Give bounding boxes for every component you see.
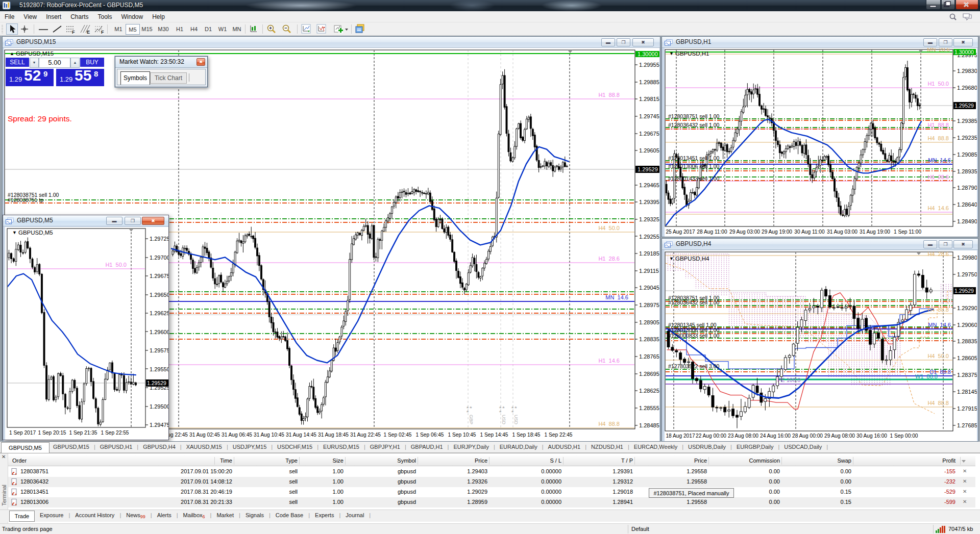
svg-text:31 Aug 18:45: 31 Aug 18:45 <box>318 432 349 438</box>
svg-text:28 Aug 00:00: 28 Aug 00:00 <box>792 433 823 439</box>
svg-text:1 Sep 20:15: 1 Sep 20:15 <box>38 430 66 436</box>
svg-text:1.29700: 1.29700 <box>150 255 168 261</box>
svg-text:#128038751 tp: #128038751 tp <box>8 197 43 203</box>
svg-text:1 Sep 2017: 1 Sep 2017 <box>9 430 36 436</box>
svg-text:29 Aug 19:00: 29 Aug 19:00 <box>762 229 792 235</box>
svg-text:MN 14.6: MN 14.6 <box>605 294 628 300</box>
svg-text:GBPUSD,M15: GBPUSD,M15 <box>16 50 54 57</box>
svg-text:1.28375: 1.28375 <box>957 372 977 378</box>
svg-text:H1 28.6: H1 28.6 <box>598 256 620 262</box>
svg-text:H1 50.0: H1 50.0 <box>105 262 127 268</box>
svg-text:1.28835: 1.28835 <box>639 336 659 342</box>
svg-text:#128013451 sell 1.00: #128013451 sell 1.00 <box>668 155 720 161</box>
svg-text:1.29575: 1.29575 <box>150 347 168 353</box>
svg-text:1.29980: 1.29980 <box>957 255 977 261</box>
svg-text:1.29185: 1.29185 <box>639 250 659 257</box>
svg-text:GBP: GBP <box>469 415 474 424</box>
svg-text:H4 88.8: H4 88.8 <box>927 307 949 313</box>
svg-text:▼: ▼ <box>12 230 17 235</box>
svg-text:24 Aug 16:00: 24 Aug 16:00 <box>760 433 791 439</box>
svg-text:1.29465: 1.29465 <box>639 182 659 188</box>
svg-text:1.29475: 1.29475 <box>150 422 168 428</box>
svg-text:H4 88.8: H4 88.8 <box>927 135 949 141</box>
svg-text:23 Aug 08:00: 23 Aug 08:00 <box>728 433 758 439</box>
svg-text:F: F <box>101 30 104 35</box>
svg-text:▼: ▼ <box>669 51 674 56</box>
svg-text:1.29529: 1.29529 <box>954 103 974 109</box>
svg-text:1.29529: 1.29529 <box>954 288 974 294</box>
svg-text:1 Sep 02:45: 1 Sep 02:45 <box>384 432 412 438</box>
svg-text:H4 88.8: H4 88.8 <box>927 400 949 406</box>
svg-text:GBPUSD,M5: GBPUSD,M5 <box>18 230 53 236</box>
svg-text:1.28835: 1.28835 <box>957 338 977 344</box>
svg-text:31 Aug 03:00: 31 Aug 03:00 <box>827 229 857 235</box>
svg-text:31 Aug 19:00: 31 Aug 19:00 <box>860 229 890 235</box>
svg-text:MN 14.6: MN 14.6 <box>928 157 951 163</box>
svg-text:1.29325: 1.29325 <box>639 216 659 222</box>
svg-text:1 Sep 22:55: 1 Sep 22:55 <box>101 430 129 436</box>
svg-text:1.29500: 1.29500 <box>150 403 168 410</box>
svg-text:1.29830: 1.29830 <box>957 68 977 74</box>
svg-text:1.28935: 1.28935 <box>957 168 977 174</box>
svg-text:1 Sep 11:00: 1 Sep 11:00 <box>894 229 922 235</box>
svg-text:1.29680: 1.29680 <box>957 85 977 91</box>
svg-text:#128036432 sell 1.00: #128036432 sell 1.00 <box>668 122 720 128</box>
svg-text:1.28905: 1.28905 <box>639 319 659 325</box>
svg-text:1.29550: 1.29550 <box>150 366 168 372</box>
svg-text:1 Sep 14:45: 1 Sep 14:45 <box>480 432 508 438</box>
svg-text:★: ★ <box>466 410 469 413</box>
svg-text:USD: USD <box>501 415 506 425</box>
svg-text:1.29955: 1.29955 <box>639 62 659 68</box>
svg-text:1.29115: 1.29115 <box>639 268 659 274</box>
svg-text:MN 14.6: MN 14.6 <box>928 322 951 328</box>
svg-text:29 Aug 03:00: 29 Aug 03:00 <box>729 229 760 235</box>
svg-text:1.29815: 1.29815 <box>639 96 659 102</box>
svg-text:1.28145: 1.28145 <box>957 389 977 395</box>
svg-text:31 Aug 02:45: 31 Aug 02:45 <box>189 432 220 438</box>
svg-text:1.30000: 1.30000 <box>638 51 658 57</box>
svg-text:1.28765: 1.28765 <box>639 353 659 360</box>
svg-text:1.29625: 1.29625 <box>150 310 168 316</box>
svg-text:31 Aug 06:45: 31 Aug 06:45 <box>222 432 252 438</box>
svg-text:1.28790: 1.28790 <box>957 185 977 191</box>
svg-text:1 Sep 10:45: 1 Sep 10:45 <box>448 432 476 438</box>
svg-text:31 Aug 22:45: 31 Aug 22:45 <box>350 432 381 438</box>
svg-text:28 Aug 11:00: 28 Aug 11:00 <box>697 229 727 235</box>
svg-text:1.27685: 1.27685 <box>957 422 977 428</box>
svg-text:1.29745: 1.29745 <box>639 113 659 119</box>
svg-text:▲: ▲ <box>10 51 14 56</box>
svg-text:H1 88.8: H1 88.8 <box>927 122 949 128</box>
svg-text:H4 88.8: H4 88.8 <box>598 421 620 427</box>
svg-text:1.30000: 1.30000 <box>954 49 974 55</box>
svg-text:1.28605: 1.28605 <box>957 355 977 361</box>
svg-text:1.28640: 1.28640 <box>957 201 977 208</box>
svg-text:29 Aug 08:00: 29 Aug 08:00 <box>824 433 855 439</box>
svg-text:1 Sep 00:00: 1 Sep 00:00 <box>890 433 918 439</box>
svg-text:H4 28.6: H4 28.6 <box>927 251 949 257</box>
svg-text:H4 50.0: H4 50.0 <box>598 225 620 231</box>
svg-text:1.29255: 1.29255 <box>639 234 659 240</box>
svg-text:▼: ▼ <box>669 256 674 261</box>
svg-text:H1 28.6: H1 28.6 <box>927 174 949 180</box>
svg-text:1.29235: 1.29235 <box>957 135 977 141</box>
svg-text:1.29085: 1.29085 <box>957 151 977 158</box>
svg-text:H1 88.8: H1 88.8 <box>598 92 620 98</box>
svg-text:1.29725: 1.29725 <box>150 236 168 242</box>
svg-text:1.27915: 1.27915 <box>957 405 977 412</box>
svg-text:18 Aug 2017: 18 Aug 2017 <box>666 433 695 439</box>
svg-text:1 Sep 18:45: 1 Sep 18:45 <box>512 432 541 438</box>
svg-text:1.29885: 1.29885 <box>639 79 659 85</box>
svg-text:1.29060: 1.29060 <box>957 322 977 328</box>
svg-text:22 Aug 00:00: 22 Aug 00:00 <box>696 433 726 439</box>
svg-text:31 Aug 10:45: 31 Aug 10:45 <box>254 432 284 438</box>
svg-text:F: F <box>72 30 75 35</box>
svg-text:1.29650: 1.29650 <box>150 292 168 298</box>
svg-text:1.29605: 1.29605 <box>639 147 659 154</box>
svg-text:★★: ★★ <box>466 405 473 409</box>
svg-text:GBPUSD,H1: GBPUSD,H1 <box>675 50 709 57</box>
svg-text:#128000833 sell 1.00: #128000833 sell 1.00 <box>668 333 720 339</box>
svg-text:#128001433 sell 1.00: #128001433 sell 1.00 <box>668 175 720 182</box>
svg-text:H4 14.6: H4 14.6 <box>927 205 949 211</box>
svg-text:1.29750: 1.29750 <box>957 271 977 277</box>
svg-text:25 Aug 2017: 25 Aug 2017 <box>666 229 695 235</box>
